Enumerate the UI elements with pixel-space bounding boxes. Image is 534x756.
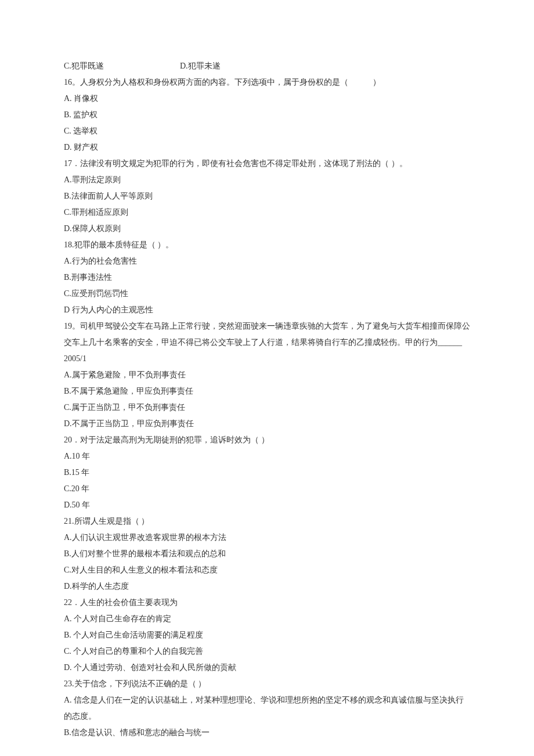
- q16-option-b: B. 监护权: [64, 107, 470, 123]
- q22-option-a: A. 个人对自己生命存在的肯定: [64, 611, 470, 627]
- q21-option-d: D.科学的人生态度: [64, 578, 470, 595]
- q23-option-a: A. 信念是人们在一定的认识基础上，对某种理想理论、学说和理想所抱的坚定不移的观…: [64, 692, 470, 725]
- q18-option-c: C.应受刑罚惩罚性: [64, 286, 470, 302]
- q19-option-b: B.不属于紧急避险，甲应负刑事责任: [64, 383, 470, 399]
- q18-option-b: B.刑事违法性: [64, 269, 470, 286]
- q16-option-d: D. 财产权: [64, 139, 470, 156]
- q16-stem: 16。人身权分为人格权和身份权两方面的内容。下列选项中，属于身份权的是（ ）: [64, 74, 470, 91]
- q23-option-b: B.信念是认识、情感和意志的融合与统一: [64, 725, 470, 741]
- q17-option-c: C.罪刑相适应原则: [64, 204, 470, 221]
- q18-stem: 18.犯罪的最本质特征是（ ）。: [64, 237, 470, 253]
- q16-option-c: C. 选举权: [64, 123, 470, 139]
- q15-option-d: D.犯罪未遂: [180, 58, 221, 74]
- q20-option-a: A.10 年: [64, 448, 470, 465]
- q21-stem: 21.所谓人生观是指（ ）: [64, 513, 470, 530]
- q19-stem: 19。司机甲驾驶公交车在马路上正常行驶，突然迎面驶来一辆违章疾驰的大货车，为了避…: [64, 318, 470, 367]
- q16-option-a: A. 肖像权: [64, 91, 470, 107]
- q17-option-a: A.罪刑法定原则: [64, 172, 470, 188]
- q21-option-b: B.人们对整个世界的最根本看法和观点的总和: [64, 546, 470, 562]
- q20-option-d: D.50 年: [64, 497, 470, 513]
- q19-option-c: C.属于正当防卫，甲不负刑事责任: [64, 399, 470, 416]
- q17-option-d: D.保障人权原则: [64, 221, 470, 237]
- q18-option-a: A.行为的社会危害性: [64, 253, 470, 269]
- q15-options-cd: C.犯罪既遂 D.犯罪未遂: [64, 58, 470, 74]
- q22-stem: 22．人生的社会价值主要表现为: [64, 595, 470, 611]
- q20-stem: 20．对于法定最高刑为无期徒刑的犯罪，追诉时效为（ ）: [64, 432, 470, 448]
- q19-option-d: D.不属于正当防卫，甲应负刑事责任: [64, 416, 470, 432]
- q17-option-b: B.法律面前人人平等原则: [64, 188, 470, 204]
- q17-stem: 17．法律没有明文规定为犯罪的行为，即使有社会危害也不得定罪处刑，这体现了刑法的…: [64, 156, 470, 172]
- q23-stem: 23.关于信念，下列说法不正确的是（ ）: [64, 676, 470, 692]
- q21-option-c: C.对人生目的和人生意义的根本看法和态度: [64, 562, 470, 578]
- q21-option-a: A.人们认识主观世界改造客观世界的根本方法: [64, 530, 470, 546]
- q15-option-c: C.犯罪既遂: [64, 58, 180, 74]
- q19-option-a: A.属于紧急避险，甲不负刑事责任: [64, 367, 470, 383]
- q20-option-b: B.15 年: [64, 465, 470, 481]
- q18-option-d: D 行为人内心的主观恶性: [64, 302, 470, 318]
- q22-option-b: B. 个人对自己生命活动需要的满足程度: [64, 627, 470, 643]
- q20-option-c: C.20 年: [64, 481, 470, 497]
- q22-option-d: D. 个人通过劳动、创造对社会和人民所做的贡献: [64, 660, 470, 676]
- q22-option-c: C. 个人对自己的尊重和个人的自我完善: [64, 643, 470, 660]
